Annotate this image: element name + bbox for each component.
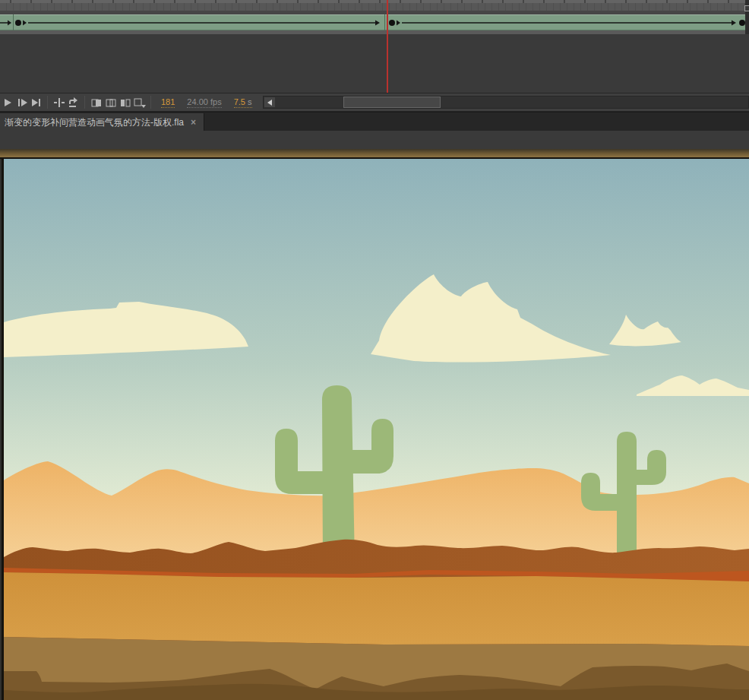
- loop-playback-icon: [67, 97, 80, 108]
- cactus-large-trunk[interactable]: [322, 385, 355, 563]
- fps-unit: fps: [210, 97, 222, 106]
- play-icon: [2, 97, 13, 108]
- toolbar-divider: [47, 96, 48, 109]
- tween-row-highlight: [0, 14, 745, 15]
- onion-skin-outlines-icon: [105, 97, 117, 109]
- artwork-overflow-strip: [0, 149, 749, 157]
- edit-multiple-frames-icon: [119, 97, 131, 109]
- scroll-left-button[interactable]: [264, 97, 275, 107]
- frame-grid[interactable]: [0, 3, 745, 11]
- toolbar-divider: [150, 96, 151, 109]
- modify-markers-icon: [133, 97, 146, 109]
- play-button[interactable]: [1, 96, 14, 109]
- time-value: 7.5: [234, 97, 245, 106]
- timeline-empty-area: [0, 34, 749, 93]
- pasteboard-top-gap: [0, 131, 749, 149]
- center-frame-icon: [53, 97, 65, 109]
- toolbar-divider: [84, 96, 85, 109]
- scrollbar-thumb[interactable]: [343, 97, 441, 108]
- document-tab-bar: 渐变的变形补间营造动画气氛的方法-版权.fla ×: [0, 112, 749, 131]
- keyframe-dot-1[interactable]: [15, 20, 21, 26]
- timeline-panel[interactable]: [0, 0, 749, 34]
- loop-playback-button[interactable]: [67, 96, 80, 109]
- fps-value: 24.00: [187, 97, 208, 106]
- scroll-left-icon: [267, 100, 272, 106]
- timeline-gutter-handle-top[interactable]: [744, 5, 749, 11]
- time-unit: s: [248, 97, 252, 106]
- go-to-end-icon: [30, 97, 43, 108]
- current-frame-field[interactable]: 181: [161, 97, 175, 108]
- onion-skin-outlines-button[interactable]: [104, 96, 117, 109]
- timeline-controls-toolbar: 181 24.00 fps 7.5 s: [0, 93, 749, 112]
- flash-editor-window: 181 24.00 fps 7.5 s 渐变的变形补间营造动画气氛的方法-版权.…: [0, 0, 749, 700]
- playhead[interactable]: [387, 0, 388, 93]
- step-forward-icon: [16, 97, 28, 108]
- onion-skin-icon: [90, 97, 103, 109]
- step-forward-button[interactable]: [15, 96, 28, 109]
- frame-ruler[interactable]: [0, 0, 745, 3]
- onion-skin-button[interactable]: [90, 96, 103, 109]
- keyframe-dot-3[interactable]: [739, 20, 745, 26]
- tween-row-shadow: [0, 30, 745, 30]
- frame-rate-field[interactable]: 24.00 fps: [187, 97, 221, 108]
- document-tab[interactable]: 渐变的变形补间营造动画气氛的方法-版权.fla ×: [0, 113, 204, 131]
- keyframe-dot-2[interactable]: [389, 20, 395, 26]
- center-frame-button[interactable]: [52, 96, 65, 109]
- elapsed-time-field[interactable]: 7.5 s: [234, 97, 252, 108]
- stage-canvas[interactable]: [4, 159, 749, 700]
- cactus-small-trunk[interactable]: [617, 432, 637, 559]
- tab-close-icon[interactable]: ×: [191, 117, 196, 128]
- tab-title: 渐变的变形补间营造动画气氛的方法-版权.fla: [5, 116, 184, 129]
- go-to-end-button[interactable]: [30, 96, 43, 109]
- timeline-graphics: [0, 0, 749, 34]
- edit-multiple-frames-button[interactable]: [119, 96, 131, 109]
- modify-markers-button[interactable]: [133, 96, 146, 109]
- ochre-field[interactable]: [4, 572, 749, 646]
- timeline-scrollbar[interactable]: [263, 96, 749, 109]
